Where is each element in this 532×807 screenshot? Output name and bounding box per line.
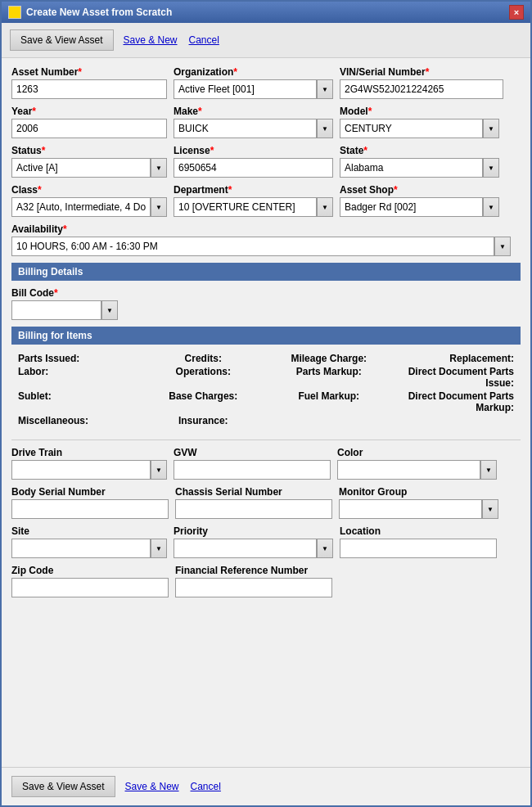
vin-label: VIN/Serial Number* bbox=[340, 66, 503, 78]
row-zip-finref: Zip Code Financial Reference Number bbox=[11, 565, 521, 597]
class-input[interactable] bbox=[11, 197, 151, 217]
license-input[interactable] bbox=[174, 158, 333, 178]
chassis-serial-group: Chassis Serial Number bbox=[175, 486, 332, 519]
year-input[interactable] bbox=[11, 119, 167, 138]
class-dropdown-btn[interactable]: ▼ bbox=[151, 197, 167, 217]
form-content: Asset Number* 1263 Organization* ▼ VIN/S… bbox=[2, 58, 530, 767]
vin-input[interactable] bbox=[340, 79, 503, 99]
color-input[interactable] bbox=[337, 460, 480, 480]
location-group: Location bbox=[340, 525, 497, 558]
year-group: Year* bbox=[11, 106, 167, 138]
monitor-group-input[interactable] bbox=[339, 499, 482, 519]
body-serial-input[interactable] bbox=[11, 499, 169, 519]
vin-group: VIN/Serial Number* bbox=[340, 66, 503, 99]
gvw-label: GVW bbox=[174, 447, 331, 458]
billing-items-header: Billing for Items bbox=[11, 327, 521, 345]
state-dropdown-btn[interactable]: ▼ bbox=[483, 158, 499, 178]
organization-wrapper: ▼ bbox=[174, 79, 333, 99]
state-group: State* ▼ bbox=[340, 145, 499, 178]
state-input[interactable] bbox=[340, 158, 483, 178]
window-icon bbox=[8, 6, 21, 19]
bill-code-input[interactable] bbox=[11, 300, 101, 320]
asset-shop-input[interactable] bbox=[340, 197, 483, 217]
chassis-serial-input[interactable] bbox=[175, 499, 332, 519]
location-input[interactable] bbox=[340, 539, 497, 558]
make-input[interactable] bbox=[174, 119, 317, 138]
bottom-save-new-button[interactable]: Save & New bbox=[124, 777, 181, 796]
department-dropdown-btn[interactable]: ▼ bbox=[317, 197, 333, 217]
credits-label: Credits: bbox=[141, 353, 267, 364]
title-bar: Create New Asset from Scratch × bbox=[2, 2, 530, 23]
row-drive-gvw-color: Drive Train ▼ GVW Color ▼ bbox=[11, 447, 521, 480]
close-button[interactable]: × bbox=[509, 5, 524, 20]
model-input[interactable] bbox=[340, 119, 483, 138]
drive-train-wrapper: ▼ bbox=[11, 460, 167, 480]
status-input[interactable] bbox=[11, 158, 151, 178]
monitor-group-wrapper: ▼ bbox=[339, 499, 498, 519]
priority-input[interactable] bbox=[174, 539, 317, 558]
state-wrapper: ▼ bbox=[340, 158, 499, 178]
model-wrapper: ▼ bbox=[340, 119, 499, 138]
department-input[interactable] bbox=[174, 197, 317, 217]
top-save-view-button[interactable]: Save & View Asset bbox=[10, 29, 114, 51]
color-dropdown-btn[interactable]: ▼ bbox=[480, 460, 497, 480]
organization-dropdown-btn[interactable]: ▼ bbox=[317, 79, 333, 99]
license-group: License* bbox=[174, 145, 333, 178]
model-dropdown-btn[interactable]: ▼ bbox=[483, 119, 499, 138]
additional-fields: Drive Train ▼ GVW Color ▼ bbox=[11, 447, 521, 597]
fin-ref-input[interactable] bbox=[175, 578, 332, 597]
monitor-group-dropdown-btn[interactable]: ▼ bbox=[482, 499, 498, 519]
site-input[interactable] bbox=[11, 539, 151, 558]
make-dropdown-btn[interactable]: ▼ bbox=[317, 119, 333, 138]
asset-number-label: Asset Number* bbox=[11, 66, 167, 78]
zip-label: Zip Code bbox=[11, 565, 169, 576]
bottom-save-view-button[interactable]: Save & View Asset bbox=[11, 776, 115, 797]
asset-shop-dropdown-btn[interactable]: ▼ bbox=[483, 197, 499, 217]
site-group: Site ▼ bbox=[11, 525, 167, 558]
fin-ref-label: Financial Reference Number bbox=[175, 565, 332, 576]
make-group: Make* ▼ bbox=[174, 106, 333, 138]
status-group: Status* ▼ bbox=[11, 145, 167, 178]
chassis-serial-label: Chassis Serial Number bbox=[175, 486, 332, 498]
priority-dropdown-btn[interactable]: ▼ bbox=[317, 539, 333, 558]
bill-code-wrapper: ▼ bbox=[11, 300, 118, 320]
bill-code-dropdown-btn[interactable]: ▼ bbox=[101, 300, 118, 320]
site-dropdown-btn[interactable]: ▼ bbox=[151, 539, 167, 558]
organization-input[interactable] bbox=[174, 79, 317, 99]
base-charges-label: Base Charges: bbox=[141, 390, 267, 413]
main-window: Create New Asset from Scratch × Save & V… bbox=[0, 0, 532, 807]
availability-input[interactable] bbox=[11, 237, 494, 256]
top-cancel-button[interactable]: Cancel bbox=[187, 30, 221, 50]
make-wrapper: ▼ bbox=[174, 119, 333, 138]
gvw-input[interactable] bbox=[174, 460, 331, 480]
year-label: Year* bbox=[11, 106, 167, 117]
status-dropdown-btn[interactable]: ▼ bbox=[151, 158, 167, 178]
billing-details-section: Billing Details Bill Code* ▼ bbox=[11, 263, 521, 320]
drive-train-group: Drive Train ▼ bbox=[11, 447, 167, 480]
asset-number-input[interactable]: 1263 bbox=[11, 79, 167, 99]
divider bbox=[11, 440, 521, 440]
availability-group: Availability* ▼ bbox=[11, 223, 511, 256]
drive-train-dropdown-btn[interactable]: ▼ bbox=[151, 460, 167, 480]
row-site-priority-location: Site ▼ Priority ▼ Location bbox=[11, 525, 521, 558]
body-serial-group: Body Serial Number bbox=[11, 486, 169, 519]
top-save-new-button[interactable]: Save & New bbox=[122, 30, 179, 50]
department-wrapper: ▼ bbox=[174, 197, 333, 217]
zip-group: Zip Code bbox=[11, 565, 169, 597]
parts-markup-label: Parts Markup: bbox=[266, 366, 392, 389]
organization-label: Organization* bbox=[174, 66, 333, 78]
department-label: Department* bbox=[174, 184, 333, 196]
color-wrapper: ▼ bbox=[337, 460, 497, 480]
row-asset-org-vin: Asset Number* 1263 Organization* ▼ VIN/S… bbox=[11, 66, 521, 99]
availability-dropdown-btn[interactable]: ▼ bbox=[494, 237, 511, 256]
drive-train-input[interactable] bbox=[11, 460, 151, 480]
site-wrapper: ▼ bbox=[11, 539, 167, 558]
row-bill-code: Bill Code* ▼ bbox=[11, 287, 521, 320]
direct-doc-parts-issue-label: Direct Document Parts Issue: bbox=[392, 366, 518, 389]
status-label: Status* bbox=[11, 145, 167, 156]
top-toolbar: Save & View Asset Save & New Cancel bbox=[2, 23, 530, 58]
zip-input[interactable] bbox=[11, 578, 169, 597]
license-label: License* bbox=[174, 145, 333, 156]
replacement-label: Replacement: bbox=[392, 353, 518, 364]
bottom-cancel-button[interactable]: Cancel bbox=[189, 777, 223, 796]
